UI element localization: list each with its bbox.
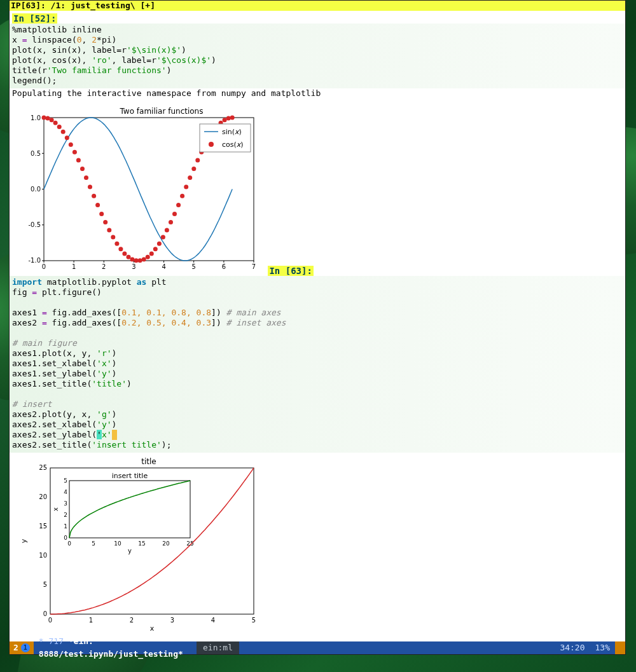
svg-text:15: 15: [138, 540, 145, 547]
svg-point-42: [99, 212, 104, 216]
major-mode: ein:ml: [197, 641, 239, 654]
chart2-inset-ylabel: x: [52, 507, 59, 511]
svg-point-58: [161, 235, 165, 240]
svg-point-61: [172, 212, 177, 216]
svg-text:1.0: 1.0: [31, 114, 41, 121]
svg-point-35: [73, 150, 77, 154]
modeline-statusbar: 2 1 * 717 *ein: 8888/test.ipynb/just_tes…: [10, 641, 625, 654]
svg-text:20: 20: [162, 540, 170, 547]
window-titlebar: IP[63]: /1: just_testing\ [+]: [10, 1, 625, 11]
svg-text:7: 7: [252, 263, 256, 270]
svg-text:3: 3: [132, 263, 135, 270]
svg-text:0: 0: [43, 610, 47, 617]
chart2-ylabel: y: [20, 538, 28, 543]
svg-point-66: [191, 167, 196, 171]
svg-point-27: [42, 116, 46, 120]
code-cell-63[interactable]: import matplotlib.pyplot as plt fig = pl…: [10, 276, 625, 453]
chart2-xlabel: x: [150, 624, 155, 633]
svg-point-65: [188, 175, 192, 180]
svg-point-36: [76, 158, 81, 163]
svg-text:6: 6: [222, 263, 226, 270]
emacs-window: IP[63]: /1: just_testing\ [+] In [52]: %…: [9, 0, 626, 655]
svg-text:1: 1: [64, 523, 67, 530]
cursor-caret: [112, 430, 117, 440]
svg-text:0: 0: [67, 540, 71, 547]
svg-point-37: [80, 167, 85, 171]
cell-prompt-63: In [63]:: [268, 266, 313, 276]
svg-text:4: 4: [64, 489, 67, 495]
svg-text:5: 5: [192, 263, 196, 270]
chart1-title: Two familiar functions: [120, 107, 204, 116]
chart-two-familiar-functions: Two familiar functions -1.0 -0.5 0.0 0.5…: [12, 105, 260, 270]
svg-text:10: 10: [39, 552, 47, 559]
svg-point-47: [118, 247, 123, 251]
cell-prompt-52: In [52]:: [12, 13, 57, 24]
svg-text:20: 20: [39, 493, 47, 500]
svg-point-76: [230, 116, 235, 120]
chart1-legend-cos: cos(x): [222, 141, 244, 149]
magic-line: %matplotlib inline: [12, 25, 102, 34]
svg-point-62: [176, 203, 181, 207]
svg-text:0.0: 0.0: [31, 186, 41, 193]
svg-point-30: [53, 121, 58, 125]
notebook-content[interactable]: In [52]: %matplotlib inline x = linspace…: [10, 11, 625, 641]
cursor-position: 34:20: [555, 641, 590, 654]
svg-text:5: 5: [252, 617, 256, 624]
svg-text:5: 5: [64, 477, 67, 484]
svg-point-33: [65, 135, 69, 140]
svg-point-48: [122, 251, 127, 256]
svg-point-41: [95, 203, 100, 207]
status-end-cap: [615, 641, 625, 654]
svg-text:2: 2: [102, 263, 106, 270]
chart1-legend-sin: sin(x): [222, 128, 242, 136]
svg-point-63: [180, 194, 184, 198]
svg-point-53: [142, 257, 146, 261]
svg-point-64: [184, 184, 188, 189]
svg-text:10: 10: [114, 540, 121, 547]
svg-rect-92: [69, 481, 190, 538]
cell-52-stdout: Populating the interactive namespace fro…: [10, 88, 625, 102]
svg-text:2: 2: [64, 512, 67, 518]
svg-point-51: [134, 258, 139, 263]
svg-point-67: [195, 158, 200, 163]
chart2-title: title: [141, 457, 156, 466]
svg-text:3: 3: [64, 500, 67, 507]
svg-text:0.5: 0.5: [31, 150, 41, 157]
svg-text:15: 15: [39, 523, 47, 530]
svg-point-31: [57, 125, 62, 129]
svg-text:1: 1: [89, 617, 93, 624]
desktop-background: IP[63]: /1: just_testing\ [+] In [52]: %…: [0, 0, 636, 672]
modified-indicator: *: [39, 636, 44, 646]
status-segment-workspace[interactable]: 2 1: [10, 641, 34, 654]
svg-point-74: [223, 118, 227, 122]
svg-point-32: [61, 130, 66, 134]
svg-text:25: 25: [39, 464, 47, 471]
svg-point-50: [130, 257, 135, 261]
svg-point-57: [157, 242, 162, 246]
svg-point-56: [153, 247, 158, 251]
svg-text:-1.0: -1.0: [28, 257, 41, 264]
status-center: * 717 *ein: 8888/test.ipynb/just_testing…: [34, 635, 197, 661]
svg-point-59: [165, 228, 169, 232]
svg-point-45: [111, 235, 115, 240]
svg-text:4: 4: [211, 617, 215, 624]
svg-point-75: [226, 116, 231, 120]
code-cell-52[interactable]: %matplotlib inline x = linspace(0, 2*pi)…: [10, 24, 625, 88]
svg-text:5: 5: [43, 581, 47, 588]
svg-point-54: [146, 255, 150, 259]
svg-text:1: 1: [72, 263, 76, 270]
svg-point-60: [169, 220, 173, 224]
svg-point-38: [84, 175, 88, 180]
svg-point-43: [103, 220, 107, 224]
svg-point-78: [209, 142, 214, 147]
svg-text:25: 25: [186, 540, 193, 547]
svg-text:0: 0: [42, 263, 46, 270]
svg-text:5: 5: [92, 540, 95, 547]
workspace-number: 2: [13, 641, 18, 654]
chart-title-inset: title 0 5 10 15 20 25 0 1 2 3 4 5: [12, 455, 260, 633]
svg-text:3: 3: [170, 617, 174, 624]
svg-point-40: [92, 194, 96, 198]
text-cursor: ': [97, 430, 102, 439]
window-number-icon: 1: [21, 643, 30, 652]
svg-point-34: [69, 142, 73, 147]
